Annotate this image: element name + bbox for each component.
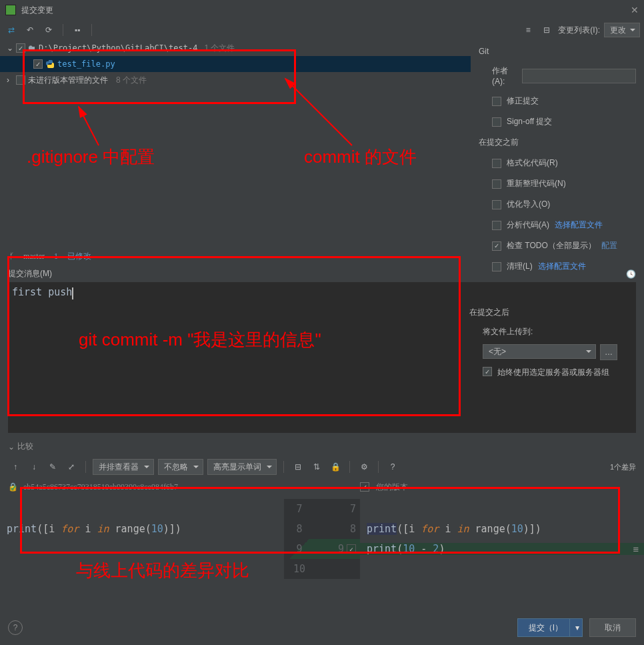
todo-checkbox[interactable]	[492, 241, 501, 251]
folder-icon: 🖿	[28, 43, 36, 53]
rearrange-checkbox[interactable]	[492, 179, 501, 189]
left-gutter: 10	[284, 559, 315, 579]
cancel-button[interactable]: 取消	[589, 618, 636, 637]
commit-button-label: 提交（I）	[529, 622, 563, 634]
root-path: D:\Project\Python\GitLabCI\test-4	[39, 43, 197, 53]
cancel-button-label: 取消	[605, 622, 621, 634]
diff-icon[interactable]: ⇄	[4, 23, 19, 37]
file-tree[interactable]: ⌄ 🖿 D:\Project\Python\GitLabCI\test-4 1 …	[0, 40, 471, 247]
python-file-icon	[45, 59, 55, 69]
tree-unversioned-row[interactable]: › 未进行版本管理的文件 8 个文件	[0, 72, 471, 88]
always-use-server-label: 始终使用选定服务器或服务器组	[497, 367, 609, 378]
file-name: test_file.py	[57, 59, 115, 69]
expand-icon[interactable]: ⤢	[64, 460, 79, 474]
commit-hash: eb54a5c86737cc79318519eb99390c8ce984f6b7	[23, 482, 178, 492]
lock-icon[interactable]: 🔒	[328, 460, 343, 474]
left-gutter: 7	[284, 499, 315, 519]
author-input[interactable]	[522, 69, 636, 83]
diff-column-header: 🔒 eb54a5c86737cc79318519eb99390c8ce984f6…	[0, 479, 644, 495]
sync-scroll-icon[interactable]: ⇅	[309, 460, 324, 474]
analyze-checkbox[interactable]	[492, 221, 501, 230]
branch-name: master	[23, 251, 45, 261]
always-use-server-checkbox[interactable]	[483, 367, 492, 376]
left-gutter: 9	[284, 539, 315, 559]
highlight-dropdown[interactable]: 高亮显示单词	[207, 459, 277, 475]
unversioned-label: 未进行版本管理的文件	[28, 75, 108, 86]
right-code-cell: print(10 - 2)	[360, 543, 644, 555]
root-count: 1 个文件	[204, 43, 235, 54]
analyze-label: 分析代码(A)	[507, 219, 549, 231]
right-gutter: 8	[315, 519, 360, 539]
group-icon[interactable]: ▪▪	[70, 23, 85, 37]
chevron-down-icon[interactable]: ▾	[569, 619, 579, 636]
optimize-checkbox[interactable]	[492, 200, 501, 209]
highlight-label: 高亮显示单词	[213, 462, 261, 473]
text-caret	[72, 287, 73, 299]
diff-body: ✔ 7 7 print([i for i in range(10)]) 8 8 …	[0, 499, 644, 579]
collapse-all-icon[interactable]: ⊟	[539, 23, 554, 37]
author-label: 作者(A):	[492, 65, 518, 86]
todo-configure-link[interactable]: 配置	[601, 240, 617, 251]
after-commit-title: 在提交之后	[469, 307, 636, 318]
amend-checkbox[interactable]	[492, 97, 501, 106]
diff-toolbar: ↑ ↓ ✎ ⤢ 并排查看器 不忽略 高亮显示单词 ⊟ ⇅ 🔒 ⚙ ? 1个差异	[0, 455, 644, 479]
gear-icon[interactable]: ⚙	[357, 460, 371, 474]
signoff-label: Sign-off 提交	[507, 116, 552, 127]
chevron-down-icon[interactable]: ⌄	[7, 43, 13, 53]
cleanup-profile-link[interactable]: 选择配置文件	[538, 261, 586, 272]
your-version-checkbox[interactable]	[360, 482, 369, 492]
unversioned-count: 8 个文件	[116, 75, 147, 86]
close-icon[interactable]: ✕	[631, 5, 639, 15]
prev-diff-icon[interactable]: ↑	[8, 460, 23, 474]
collapse-unchanged-icon[interactable]: ⊟	[291, 460, 305, 474]
separator	[91, 24, 92, 36]
commit-message-text[interactable]: first push	[12, 286, 72, 298]
upload-more-button[interactable]: …	[600, 344, 617, 360]
separator	[63, 24, 63, 36]
undo-icon[interactable]: ↶	[23, 23, 37, 37]
edit-icon[interactable]: ✎	[45, 460, 60, 474]
separator	[85, 461, 86, 473]
format-checkbox[interactable]	[492, 159, 501, 168]
expand-all-icon[interactable]: ≡	[521, 23, 535, 37]
modified-label: 已修改	[67, 251, 91, 262]
tree-file-row[interactable]: test_file.py	[0, 56, 471, 72]
cleanup-checkbox[interactable]	[492, 262, 501, 271]
upload-server-dropdown[interactable]: <无>	[483, 344, 596, 359]
help-icon[interactable]: ?	[385, 460, 400, 474]
root-checkbox[interactable]	[16, 43, 25, 53]
separator	[283, 461, 284, 473]
next-diff-icon[interactable]: ↓	[27, 460, 41, 474]
commit-message-label: 提交消息(M)	[8, 268, 52, 279]
left-gutter: 8	[284, 519, 315, 539]
ignore-dropdown[interactable]: 不忽略	[158, 459, 203, 475]
chevron-down-icon[interactable]: ⌄	[8, 442, 15, 452]
signoff-checkbox[interactable]	[492, 117, 501, 127]
right-panel: Git 作者(A): 修正提交 Sign-off 提交 在提交之前 格式化代码(…	[471, 40, 644, 247]
unversioned-checkbox[interactable]	[16, 75, 25, 85]
commit-button[interactable]: 提交（I） ▾	[517, 618, 583, 637]
changelist-dropdown[interactable]: 更改	[604, 23, 640, 37]
diff-handle-icon[interactable]: ≡	[633, 544, 639, 554]
analyze-profile-link[interactable]: 选择配置文件	[555, 219, 603, 231]
file-checkbox[interactable]	[33, 59, 43, 69]
modified-count: 1	[54, 251, 58, 261]
checkmark-icon: ✔	[11, 482, 17, 494]
app-icon	[5, 5, 16, 15]
line-checkbox[interactable]	[347, 544, 356, 554]
diff-count: 1个差异	[610, 462, 636, 472]
help-button[interactable]: ?	[8, 620, 23, 635]
viewer-mode-label: 并排查看器	[99, 462, 139, 473]
titlebar: 提交变更 ✕	[0, 0, 644, 20]
optimize-label: 优化导入(O)	[507, 199, 550, 210]
before-commit-title: 在提交之前	[479, 137, 636, 148]
compare-header: ⌄ 比较	[0, 438, 644, 455]
ignore-label: 不忽略	[164, 462, 188, 473]
viewer-mode-dropdown[interactable]: 并排查看器	[93, 459, 154, 475]
refresh-icon[interactable]: ⟳	[41, 23, 56, 37]
rearrange-label: 重新整理代码(N)	[507, 178, 566, 189]
tree-root-row[interactable]: ⌄ 🖿 D:\Project\Python\GitLabCI\test-4 1 …	[0, 40, 471, 56]
chevron-right-icon[interactable]: ›	[7, 75, 13, 85]
history-icon[interactable]: 🕓	[626, 269, 636, 279]
your-version-label: 您的版本	[376, 482, 408, 493]
